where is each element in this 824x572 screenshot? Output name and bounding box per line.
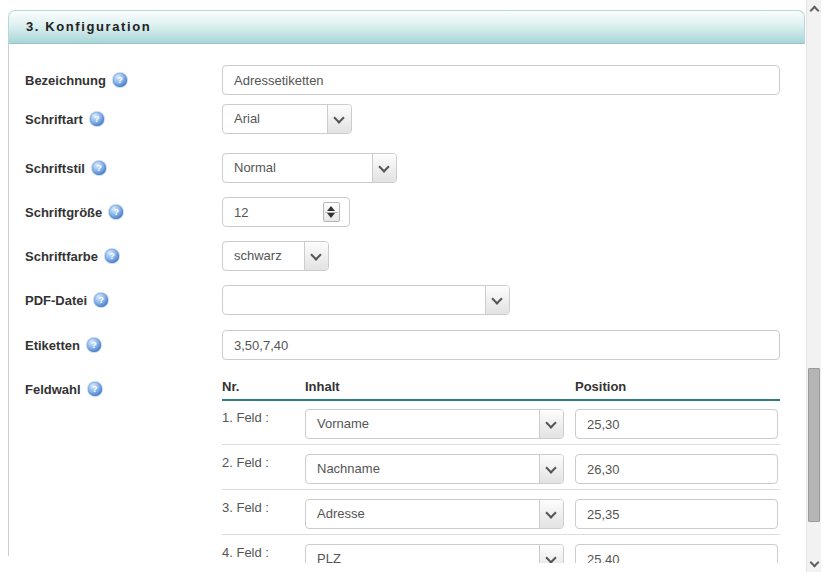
schriftstil-label: Schriftstil ? — [25, 153, 106, 183]
schriftfarbe-select-value: schwarz — [223, 242, 304, 270]
help-icon[interactable]: ? — [88, 382, 102, 396]
schriftstil-select[interactable]: Normal — [222, 153, 397, 183]
form-row-schriftstil: Schriftstil ? Normal — [0, 153, 800, 183]
help-icon[interactable]: ? — [113, 73, 127, 87]
feld-2-inhalt-value: Nachname — [306, 455, 539, 483]
feld-2-position-input[interactable] — [575, 454, 778, 484]
feld-1-inhalt-value: Vorname — [306, 410, 539, 438]
feld-4-inhalt-value: PLZ — [306, 545, 539, 563]
schriftart-label-text: Schriftart — [25, 112, 83, 127]
schriftart-label: Schriftart ? — [25, 104, 104, 134]
schriftgroesse-label-text: Schriftgröße — [25, 205, 102, 220]
chevron-down-icon[interactable] — [327, 105, 351, 133]
schriftart-select[interactable]: Arial — [222, 104, 352, 134]
help-icon[interactable]: ? — [90, 112, 104, 126]
chevron-up-icon — [810, 6, 820, 16]
feld-4-position-input[interactable] — [575, 544, 778, 563]
feld-1-inhalt-select[interactable]: Vorname — [305, 409, 564, 439]
chevron-down-icon[interactable] — [539, 500, 563, 528]
chevron-down-icon — [810, 558, 820, 568]
bezeichnung-label-text: Bezeichnung — [25, 73, 106, 88]
feldwahl-label: Feldwahl ? — [25, 374, 102, 404]
form-row-etiketten: Etiketten ? — [0, 330, 800, 360]
table-row-separator — [222, 444, 780, 445]
feld-2-inhalt-select[interactable]: Nachname — [305, 454, 564, 484]
etiketten-input[interactable] — [222, 330, 780, 360]
form-row-schriftart: Schriftart ? Arial — [0, 104, 800, 134]
form-row-schriftfarbe: Schriftfarbe ? schwarz — [0, 241, 800, 271]
chevron-down-icon[interactable] — [539, 410, 563, 438]
configuration-page: 3. Konfiguration Bezeichnung ? Schriftar… — [0, 0, 824, 572]
vertical-scrollbar[interactable] — [806, 0, 821, 572]
form-row-bezeichnung: Bezeichnung ? — [0, 65, 800, 95]
feldwahl-label-text: Feldwahl — [25, 382, 81, 397]
table-header-underline — [222, 399, 780, 401]
feld-1-position-input[interactable] — [575, 409, 778, 439]
schriftfarbe-label-text: Schriftfarbe — [25, 249, 98, 264]
pdf-datei-select-value — [223, 286, 485, 314]
chevron-down-icon[interactable] — [372, 154, 396, 182]
feld-3-inhalt-select[interactable]: Adresse — [305, 499, 564, 529]
table-row-2-nr: 2. Feld : — [222, 455, 269, 470]
spinner-down-icon[interactable] — [327, 213, 335, 218]
schriftstil-select-value: Normal — [223, 154, 372, 182]
bezeichnung-label: Bezeichnung ? — [25, 65, 127, 95]
pdf-datei-label-text: PDF-Datei — [25, 293, 87, 308]
spinner-up-icon[interactable] — [327, 206, 335, 211]
table-header-position: Position — [575, 379, 626, 394]
help-icon[interactable]: ? — [105, 249, 119, 263]
scrollbar-down-button[interactable] — [807, 555, 821, 572]
chevron-down-icon[interactable] — [304, 242, 328, 270]
help-icon[interactable]: ? — [94, 293, 108, 307]
number-spinner[interactable] — [323, 202, 340, 222]
help-icon[interactable]: ? — [87, 338, 101, 352]
chevron-down-icon[interactable] — [485, 286, 509, 314]
pdf-datei-label: PDF-Datei ? — [25, 285, 108, 315]
schriftgroesse-label: Schriftgröße ? — [25, 197, 123, 227]
scrollbar-thumb[interactable] — [808, 368, 820, 522]
help-icon[interactable]: ? — [109, 205, 123, 219]
schriftfarbe-label: Schriftfarbe ? — [25, 241, 119, 271]
schriftfarbe-select[interactable]: schwarz — [222, 241, 329, 271]
table-row-separator — [222, 489, 780, 490]
chevron-down-icon[interactable] — [539, 545, 563, 563]
schriftart-select-value: Arial — [223, 105, 327, 133]
form-row-pdf-datei: PDF-Datei ? — [0, 285, 800, 315]
feld-3-position-input[interactable] — [575, 499, 778, 529]
table-row-3-nr: 3. Feld : — [222, 500, 269, 515]
schriftstil-label-text: Schriftstil — [25, 161, 85, 176]
chevron-down-icon[interactable] — [539, 455, 563, 483]
feld-4-inhalt-select[interactable]: PLZ — [305, 544, 564, 563]
form-row-schriftgroesse: Schriftgröße ? — [0, 197, 800, 227]
form-area: Bezeichnung ? Schriftart ? Arial Schrift… — [0, 0, 806, 563]
etiketten-label: Etiketten ? — [25, 330, 101, 360]
etiketten-label-text: Etiketten — [25, 338, 80, 353]
table-header-inhalt: Inhalt — [305, 379, 340, 394]
bezeichnung-input[interactable] — [222, 65, 780, 95]
table-header-nr: Nr. — [222, 379, 239, 394]
scrollbar-up-button[interactable] — [807, 0, 821, 17]
feld-3-inhalt-value: Adresse — [306, 500, 539, 528]
table-row-separator — [222, 534, 780, 535]
pdf-datei-select[interactable] — [222, 285, 510, 315]
table-row-1-nr: 1. Feld : — [222, 410, 269, 425]
help-icon[interactable]: ? — [92, 161, 106, 175]
table-row-4-nr: 4. Feld : — [222, 545, 269, 560]
